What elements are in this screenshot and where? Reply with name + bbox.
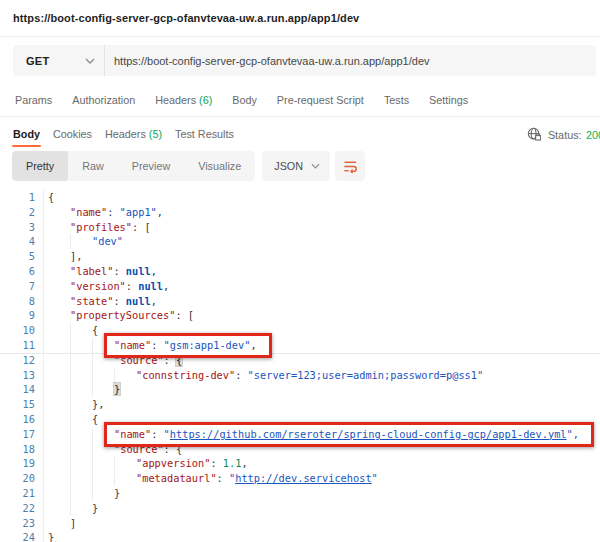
- code-line: 5],: [0, 249, 600, 264]
- request-tab-settings[interactable]: Settings: [424, 94, 473, 106]
- json-link[interactable]: http://dev.servicehost: [235, 472, 371, 484]
- line-number: 13: [0, 368, 44, 383]
- json-token: : [: [132, 221, 151, 233]
- request-tab-title[interactable]: https://boot-config-server-gcp-ofanvteva…: [13, 12, 359, 24]
- code-line: 22}: [0, 501, 600, 516]
- json-token: {: [48, 191, 54, 203]
- request-tab-headers[interactable]: Headers (6): [150, 94, 217, 106]
- line-number: 19: [0, 456, 44, 471]
- code-line: 14}: [0, 382, 600, 397]
- json-token: {: [92, 413, 98, 425]
- response-body-editor[interactable]: 1{2"name": "app1",3"profiles": [4"dev"5]…: [0, 181, 600, 542]
- line-number: 10: [0, 323, 44, 338]
- json-token: null: [138, 280, 163, 292]
- status-value[interactable]: 200: [586, 129, 600, 141]
- code-line: 20"metadataurl": "http://dev.servicehost…: [0, 471, 600, 486]
- line-number: 17: [0, 427, 44, 442]
- globe-lock-icon[interactable]: [527, 127, 541, 141]
- json-token: "appversion": [136, 457, 210, 469]
- json-token: null: [126, 295, 151, 307]
- request-tab-authorization[interactable]: Authorization: [67, 94, 140, 106]
- line-number: 11: [0, 338, 44, 353]
- line-number: 20: [0, 471, 44, 486]
- indent-guide: [92, 353, 93, 368]
- json-token: },: [92, 398, 104, 410]
- indent-guide: [92, 442, 93, 457]
- indent-guide: [114, 368, 115, 383]
- line-number: 3: [0, 220, 44, 235]
- json-token: "name": [114, 428, 151, 440]
- json-token: "app1": [120, 206, 157, 218]
- json-token: "gsm:app1-dev": [164, 339, 251, 351]
- json-token: ],: [70, 250, 82, 262]
- language-selector[interactable]: JSON: [262, 151, 330, 181]
- request-tab-tests[interactable]: Tests: [379, 94, 414, 106]
- json-token: ": [372, 472, 378, 484]
- view-mode-visualize[interactable]: Visualize: [184, 151, 255, 181]
- language-label: JSON: [274, 160, 303, 172]
- request-tab-params[interactable]: Params: [10, 94, 57, 106]
- indent-guide: [92, 368, 93, 383]
- json-token: :: [113, 265, 125, 277]
- indent-guide: [70, 427, 71, 442]
- json-token: 1.1: [223, 457, 242, 469]
- url-box: GET https://boot-config-server-gcp-ofanv…: [13, 45, 596, 76]
- indent-guide: [70, 234, 71, 249]
- indent-guide: [92, 471, 93, 486]
- code-line: 9"propertySources": [: [0, 308, 600, 323]
- line-number: 2: [0, 205, 44, 220]
- indent-guide: [70, 368, 71, 383]
- code-line: 2"name": "app1",: [0, 205, 600, 220]
- request-tab-pre-request-script[interactable]: Pre-request Script: [272, 94, 369, 106]
- json-link[interactable]: https://github.com/rseroter/spring-cloud…: [170, 428, 567, 440]
- line-number: 5: [0, 249, 44, 264]
- indent-guide: [70, 323, 71, 338]
- line-number: 15: [0, 397, 44, 412]
- url-row: GET https://boot-config-server-gcp-ofanv…: [0, 37, 600, 83]
- code-line: 15},: [0, 397, 600, 412]
- code-line: 23]: [0, 516, 600, 531]
- json-token: null: [126, 265, 151, 277]
- indent-guide: [92, 456, 93, 471]
- json-token: "metadataurl": [136, 472, 217, 484]
- request-tab-body[interactable]: Body: [227, 94, 262, 106]
- status-label: Status:: [548, 129, 582, 141]
- indent-guide: [70, 456, 71, 471]
- json-token: "profiles": [70, 221, 132, 233]
- json-token: "connstring-dev": [136, 369, 235, 381]
- json-token: :: [126, 280, 138, 292]
- url-input[interactable]: https://boot-config-server-gcp-ofanvteva…: [105, 55, 596, 67]
- view-mode-pretty[interactable]: Pretty: [12, 151, 68, 181]
- method-selector[interactable]: GET: [13, 45, 105, 76]
- response-tab-cookies[interactable]: Cookies: [48, 122, 97, 146]
- indent-guide: [92, 427, 93, 442]
- code-line: 1{: [0, 190, 600, 205]
- code-line: 10{: [0, 323, 600, 338]
- view-mode-switch: PrettyRawPreviewVisualize: [12, 151, 255, 181]
- code-line: 8"state": null,: [0, 294, 600, 309]
- view-mode-preview[interactable]: Preview: [118, 151, 184, 181]
- json-token: :: [217, 472, 229, 484]
- json-token: :: [235, 369, 247, 381]
- json-token: : [: [175, 309, 194, 321]
- indent-guide: [70, 486, 71, 501]
- response-tab-headers[interactable]: Headers (5): [100, 122, 167, 146]
- annotation-highlight-box: "name": "gsm:app1-dev",: [104, 333, 272, 358]
- json-token: {: [92, 324, 98, 336]
- line-number: 14: [0, 382, 44, 397]
- line-number: 18: [0, 442, 44, 457]
- json-token: :: [151, 339, 163, 351]
- chevron-down-icon: [311, 163, 320, 169]
- code-line: 13"connstring-dev": "server=123;user=adm…: [0, 368, 600, 383]
- json-token: }: [114, 383, 120, 395]
- line-number: 23: [0, 516, 44, 531]
- code-line: 7"version": null,: [0, 279, 600, 294]
- chevron-down-icon: [85, 58, 95, 64]
- response-tab-test-results[interactable]: Test Results: [170, 122, 239, 146]
- view-mode-raw[interactable]: Raw: [68, 151, 118, 181]
- response-meta-row: BodyCookiesHeaders (5)Test Results Statu…: [0, 117, 600, 150]
- indent-guide: [70, 442, 71, 457]
- indent-guide: [92, 486, 93, 501]
- wrap-text-button[interactable]: [335, 151, 365, 181]
- response-tab-body[interactable]: Body: [8, 122, 45, 146]
